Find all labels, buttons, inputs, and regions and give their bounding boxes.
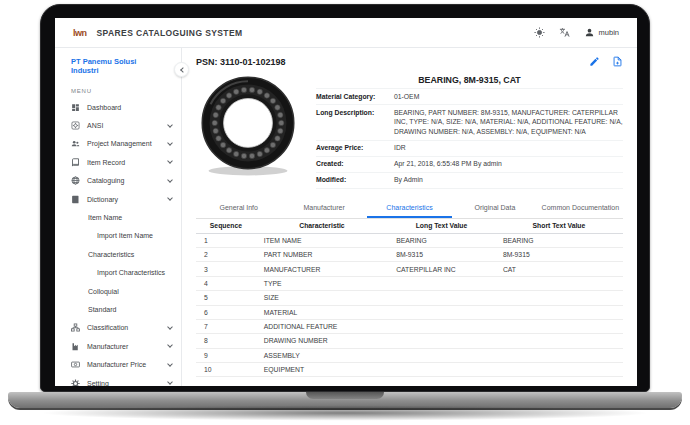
chevron-down-icon bbox=[167, 324, 173, 330]
sidebar-item-project-management[interactable]: Project Management bbox=[55, 135, 181, 153]
table-row[interactable]: 2 PART NUMBER 8M-9315 8M-9315 bbox=[196, 248, 623, 262]
sidebar-subitem-standard[interactable]: Standard bbox=[55, 300, 181, 318]
chevron-left-icon bbox=[180, 67, 186, 73]
table-header-row: Sequence Characteristic Long Text Value … bbox=[196, 219, 623, 233]
sidebar-subitem-colloquial[interactable]: Colloquial bbox=[55, 282, 181, 300]
detail-tabs: General Info Manufacturer Characteristic… bbox=[196, 198, 623, 219]
cataloguing-icon bbox=[71, 176, 80, 185]
manufacturer-icon bbox=[71, 342, 80, 351]
app-title: SPARES CATALOGUING SYSTEM bbox=[97, 28, 243, 38]
table-row[interactable]: 3 MANUFACTURER CATERPILLAR INC CAT bbox=[196, 262, 623, 276]
detail-row: Modified: By Admin bbox=[316, 172, 623, 188]
detail-row: Long Description: BEARING, PART NUMBER: … bbox=[316, 105, 623, 141]
column-header-sequence: Sequence bbox=[196, 219, 256, 233]
sidebar-subitem-import-item-name[interactable]: Import Item Name bbox=[55, 227, 181, 245]
characteristics-table: Sequence Characteristic Long Text Value … bbox=[196, 219, 623, 378]
translate-icon[interactable] bbox=[559, 27, 570, 38]
dashboard-icon bbox=[71, 103, 80, 112]
table-row[interactable]: 6 MATERIAL bbox=[196, 305, 623, 319]
dictionary-icon bbox=[71, 195, 80, 204]
chevron-down-icon bbox=[167, 159, 173, 165]
export-document-icon[interactable] bbox=[612, 56, 623, 67]
chevron-down-icon bbox=[167, 140, 173, 146]
sidebar-subitem-import-characteristics[interactable]: Import Characteristics bbox=[55, 264, 181, 282]
table-row[interactable]: 1 ITEM NAME BEARING BEARING bbox=[196, 233, 623, 247]
username: mubin bbox=[599, 28, 619, 37]
chevron-down-icon bbox=[167, 379, 173, 385]
column-header-short-text-value: Short Text Value bbox=[495, 219, 623, 233]
edit-icon[interactable] bbox=[589, 56, 600, 67]
brightness-icon[interactable] bbox=[534, 27, 545, 38]
person-icon bbox=[584, 27, 595, 38]
setting-icon bbox=[71, 379, 80, 386]
tab-manufacturer[interactable]: Manufacturer bbox=[281, 198, 366, 218]
sidebar-item-ansi[interactable]: ANSI bbox=[55, 116, 181, 134]
sidebar-subitem-characteristics[interactable]: Characteristics bbox=[55, 245, 181, 263]
column-header-characteristic: Characteristic bbox=[256, 219, 388, 233]
table-row[interactable]: 5 SIZE bbox=[196, 291, 623, 305]
tab-general-info[interactable]: General Info bbox=[196, 198, 281, 218]
tab-common-documentation[interactable]: Common Documentation bbox=[538, 198, 623, 218]
sidebar-item-setting[interactable]: Setting bbox=[55, 374, 181, 386]
main-content: PSN: 3110-01-102198 bbox=[182, 48, 637, 386]
tab-characteristics[interactable]: Characteristics bbox=[367, 198, 452, 218]
detail-row: Created: Apr 21, 2018, 6:55:48 PM By adm… bbox=[316, 156, 623, 172]
sidebar-item-dictionary[interactable]: Dictionary bbox=[55, 190, 181, 208]
sidebar-item-manufacturer[interactable]: Manufacturer bbox=[55, 337, 181, 355]
chevron-down-icon bbox=[167, 177, 173, 183]
sidebar-item-cataloguing[interactable]: Cataloguing bbox=[55, 172, 181, 190]
product-details: Material Category: 01-OEM Long Descripti… bbox=[316, 88, 623, 189]
app-logo: lwn bbox=[73, 28, 87, 38]
sidebar-item-item-record[interactable]: Item Record bbox=[55, 153, 181, 171]
detail-row: Average Price: IDR bbox=[316, 140, 623, 156]
sidebar-collapse-button[interactable] bbox=[174, 62, 189, 77]
ansi-icon bbox=[71, 121, 80, 130]
manufacturer-price-icon bbox=[71, 360, 80, 369]
table-row[interactable]: 7 ADDITIONAL FEATURE bbox=[196, 319, 623, 333]
sidebar-item-dashboard[interactable]: Dashboard bbox=[55, 98, 181, 116]
chevron-down-icon bbox=[167, 342, 173, 348]
bearing-product-image bbox=[196, 73, 300, 177]
app-window: lwn SPARES CATALOGUING SYSTEM mubin PT P… bbox=[55, 18, 637, 386]
laptop-screen-bezel: lwn SPARES CATALOGUING SYSTEM mubin PT P… bbox=[40, 4, 650, 392]
table-row[interactable]: 10 EQUIPMENT bbox=[196, 363, 623, 377]
tab-original-data[interactable]: Original Data bbox=[452, 198, 537, 218]
app-topbar: lwn SPARES CATALOGUING SYSTEM mubin bbox=[55, 18, 637, 48]
laptop-base-notch bbox=[306, 392, 384, 399]
column-header-long-text-value: Long Text Value bbox=[388, 219, 495, 233]
chevron-down-icon bbox=[167, 122, 173, 128]
sidebar-item-manufacturer-price[interactable]: Manufacturer Price bbox=[55, 355, 181, 373]
organization-name: PT Panemu Solusi Industri bbox=[55, 57, 181, 75]
user-menu[interactable]: mubin bbox=[584, 27, 619, 38]
chevron-down-icon bbox=[167, 361, 173, 367]
laptop-mockup: lwn SPARES CATALOGUING SYSTEM mubin PT P… bbox=[0, 0, 690, 425]
chevron-down-icon bbox=[167, 195, 173, 201]
sidebar: PT Panemu Solusi Industri MENU Dashboard… bbox=[55, 48, 182, 386]
sidebar-item-classification[interactable]: Classification bbox=[55, 319, 181, 337]
classification-icon bbox=[71, 323, 80, 332]
table-row[interactable]: 8 DRAWING NUMBER bbox=[196, 334, 623, 348]
product-title: BEARING, 8M-9315, CAT bbox=[316, 75, 623, 85]
sidebar-subitem-item-name[interactable]: Item Name bbox=[55, 208, 181, 226]
detail-row: Material Category: 01-OEM bbox=[316, 89, 623, 105]
menu-section-label: MENU bbox=[55, 88, 181, 94]
psn-heading: PSN: 3110-01-102198 bbox=[196, 57, 286, 67]
item-record-icon bbox=[71, 158, 80, 167]
project-management-icon bbox=[71, 139, 80, 148]
table-row[interactable]: 9 ASSEMBLY bbox=[196, 348, 623, 362]
laptop-shadow bbox=[30, 405, 660, 421]
table-row[interactable]: 4 TYPE bbox=[196, 276, 623, 290]
